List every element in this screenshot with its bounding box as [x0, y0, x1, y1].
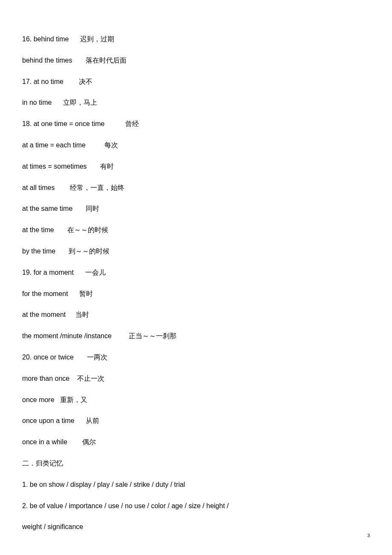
text-line: at the moment 当时: [22, 311, 370, 319]
text-line: at the same time 同时: [22, 204, 370, 213]
text-line: 18. at one time = once time 曾经: [22, 120, 370, 129]
text-line: at all times 经常，一直，始终: [22, 184, 370, 193]
text-line: 17. at no time 决不: [22, 78, 370, 86]
page-number: 3: [367, 533, 370, 538]
text-line: by the time 到～～的时候: [22, 247, 370, 256]
text-line: for the moment 暂时: [22, 290, 370, 299]
text-line: behind the times 落在时代后面: [22, 56, 370, 65]
text-line: more than once 不止一次: [22, 374, 370, 383]
text-line: at a time = each time 每次: [22, 141, 370, 150]
text-line: in no time 立即，马上: [22, 98, 370, 107]
text-line: 20. once or twice 一两次: [22, 353, 370, 362]
text-line: 1. be on show / display / play / sale / …: [22, 480, 370, 489]
text-line: weight / significance: [22, 523, 370, 532]
text-line: once in a while 偶尔: [22, 438, 370, 447]
document-page: 16. behind time 迟到，过期 behind the times 落…: [0, 0, 392, 555]
text-line: the moment /minute /instance 正当～～一刹那: [22, 332, 370, 341]
text-line: 2. be of value / importance / use / no u…: [22, 502, 370, 511]
text-line: at the time 在～～的时候: [22, 226, 370, 235]
text-line: once upon a time 从前: [22, 417, 370, 426]
text-line: once more 重新，又: [22, 396, 370, 405]
text-line: 16. behind time 迟到，过期: [22, 35, 370, 44]
text-line: 19. for a moment 一会儿: [22, 268, 370, 277]
text-line: 二．归类记忆: [22, 459, 370, 468]
text-line: at times = sometimes 有时: [22, 162, 370, 171]
